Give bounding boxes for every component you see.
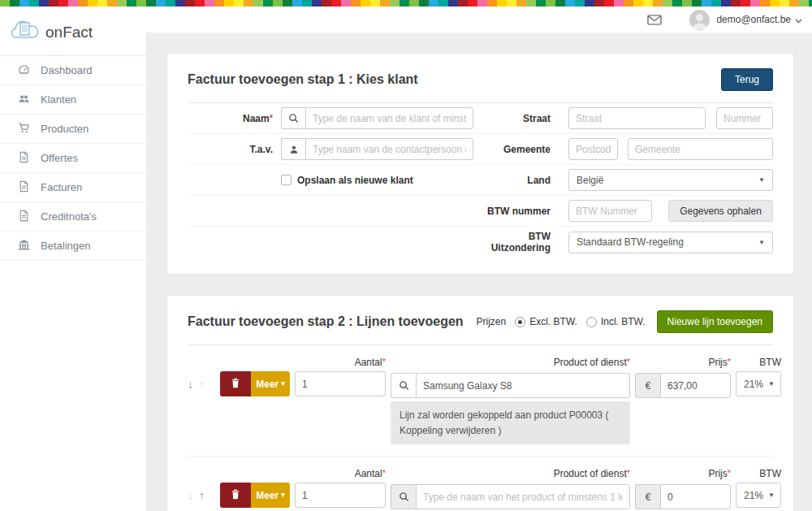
meer-label: Meer bbox=[256, 379, 279, 390]
prijs-input[interactable] bbox=[660, 373, 731, 398]
mail-icon[interactable] bbox=[647, 15, 662, 25]
sidebar-item-label: Producten bbox=[41, 123, 89, 135]
nieuwe-lijn-button[interactable]: Nieuwe lijn toevoegen bbox=[657, 310, 773, 333]
land-label: Land bbox=[473, 175, 551, 186]
prijs-column-label: Prijs* bbox=[635, 357, 731, 368]
invoice-line-2: Aantal* Product of dienst* Prijs* BTW ↓ … bbox=[188, 468, 773, 511]
note-text: Lijn zal worden gekoppeld aan product P0… bbox=[400, 409, 609, 421]
step2-card: Factuur toevoegen stap 2 : Lijnen toevoe… bbox=[166, 295, 794, 511]
btw-uitzondering-label: BTW Uitzondering bbox=[473, 231, 551, 253]
nummer-input[interactable] bbox=[716, 107, 773, 129]
move-down-icon[interactable]: ↓ bbox=[188, 379, 193, 390]
page-content: Factuur toevoegen stap 1 : Kies klant Te… bbox=[146, 32, 812, 511]
invoice-line-1: Aantal* Product of dienst* Prijs* BTW ↓ … bbox=[188, 357, 773, 457]
straat-input[interactable] bbox=[568, 107, 706, 129]
prijs-column-label: Prijs* bbox=[635, 468, 731, 479]
naam-label: Naam* bbox=[188, 113, 273, 124]
caret-down-icon: ▾ bbox=[281, 492, 285, 499]
land-select[interactable]: België ▼ bbox=[568, 169, 773, 191]
sidebar-item-offertes[interactable]: Offertes bbox=[0, 144, 146, 173]
search-icon bbox=[391, 373, 416, 398]
note-text: ) bbox=[495, 425, 501, 436]
btw-nummer-input[interactable] bbox=[568, 200, 652, 222]
delete-line-button[interactable] bbox=[220, 371, 251, 396]
file-icon bbox=[18, 180, 30, 195]
gemeente-input[interactable] bbox=[628, 138, 773, 160]
sidebar-nav: Dashboard Klanten bbox=[0, 56, 146, 261]
sidebar-item-betalingen[interactable]: Betalingen bbox=[0, 232, 146, 261]
btw-nummer-label: BTW nummer bbox=[473, 206, 551, 217]
step1-title: Factuur toevoegen stap 1 : Kies klant bbox=[188, 72, 418, 87]
sidebar-item-label: Klanten bbox=[41, 93, 76, 106]
klant-naam-input[interactable] bbox=[305, 107, 473, 129]
move-down-icon: ↓ bbox=[188, 490, 193, 501]
prijzen-radio-group: Prijzen Excl. BTW. Incl. BTW. bbox=[477, 316, 646, 327]
product-input[interactable] bbox=[416, 484, 630, 509]
file-icon bbox=[18, 210, 30, 224]
radio-incl-btw-label: Incl. BTW. bbox=[601, 316, 646, 327]
meer-button[interactable]: Meer ▾ bbox=[251, 483, 290, 508]
btw-select[interactable]: 21% ▼ bbox=[736, 371, 781, 396]
move-up-icon: ↑ bbox=[199, 379, 205, 390]
opslaan-nieuwe-klant-label: Opslaan als nieuwe klant bbox=[297, 175, 413, 186]
logo[interactable]: onFact bbox=[0, 6, 146, 56]
meer-label: Meer bbox=[256, 490, 279, 501]
user-menu[interactable]: demo@onfact.be bbox=[716, 12, 802, 27]
cart-icon bbox=[18, 122, 30, 136]
dashboard-icon bbox=[18, 63, 30, 78]
product-column-label: Product of dienst* bbox=[391, 357, 630, 368]
bank-icon bbox=[18, 239, 30, 253]
land-select-value: België bbox=[577, 175, 603, 186]
required-marker: * bbox=[270, 113, 273, 123]
select-arrow-icon: ▼ bbox=[768, 492, 775, 499]
radio-incl-btw[interactable] bbox=[586, 317, 597, 327]
aantal-input[interactable] bbox=[295, 483, 386, 508]
delete-line-button[interactable] bbox=[220, 483, 251, 508]
gemeente-label: Gemeente bbox=[473, 144, 551, 155]
sidebar-item-dashboard[interactable]: Dashboard bbox=[0, 56, 146, 85]
contactpersoon-input[interactable] bbox=[305, 138, 473, 160]
btw-column-label: BTW bbox=[736, 357, 781, 368]
user-icon bbox=[281, 138, 305, 160]
opslaan-nieuwe-klant-checkbox[interactable] bbox=[281, 175, 292, 185]
file-icon bbox=[18, 151, 30, 166]
sidebar-item-producten[interactable]: Producten bbox=[0, 115, 146, 144]
sidebar-item-label: Facturen bbox=[41, 181, 82, 193]
sidebar-item-klanten[interactable]: Klanten bbox=[0, 85, 146, 115]
select-arrow-icon: ▼ bbox=[768, 380, 775, 388]
line-column-headers: Aantal* Product of dienst* Prijs* BTW bbox=[188, 357, 773, 368]
users-icon bbox=[18, 93, 30, 107]
koppeling-verwijderen-link[interactable]: Koppeling verwijderen bbox=[400, 425, 495, 436]
cloud-invoice-logo-icon bbox=[11, 19, 40, 45]
btw-select-value: 21% bbox=[744, 379, 763, 390]
prijzen-label: Prijzen bbox=[477, 316, 507, 327]
product-column-label: Product of dienst* bbox=[391, 468, 630, 479]
caret-down-icon: ▾ bbox=[281, 380, 285, 388]
step2-title: Factuur toevoegen stap 2 : Lijnen toevoe… bbox=[188, 314, 464, 329]
euro-addon: € bbox=[635, 373, 660, 398]
move-up-icon[interactable]: ↑ bbox=[199, 490, 205, 501]
trash-icon bbox=[231, 489, 240, 502]
meer-button[interactable]: Meer ▾ bbox=[251, 371, 290, 396]
trash-icon bbox=[231, 378, 240, 391]
brand-color-stripe bbox=[0, 0, 812, 6]
btw-select[interactable]: 21% ▼ bbox=[736, 483, 781, 508]
back-button[interactable]: Terug bbox=[721, 68, 773, 91]
prijs-input[interactable] bbox=[660, 484, 731, 509]
btw-column-label: BTW bbox=[736, 468, 781, 479]
radio-excl-btw[interactable] bbox=[515, 317, 525, 327]
aantal-column-label: Aantal* bbox=[295, 357, 386, 368]
sidebar-item-facturen[interactable]: Facturen bbox=[0, 173, 146, 202]
btw-uitzondering-select[interactable]: Standaard BTW-regeling ▼ bbox=[568, 232, 773, 253]
search-icon bbox=[391, 484, 416, 509]
sidebar-item-label: Betalingen bbox=[41, 240, 90, 252]
chevron-down-icon bbox=[795, 12, 802, 27]
gegevens-ophalen-button[interactable]: Gegevens ophalen bbox=[668, 200, 773, 222]
product-input[interactable] bbox=[416, 373, 630, 398]
radio-excl-btw-label: Excl. BTW. bbox=[529, 316, 577, 327]
postcode-input[interactable] bbox=[568, 138, 618, 160]
aantal-input[interactable] bbox=[295, 371, 386, 396]
sidebar-item-creditnotas[interactable]: Creditnota's bbox=[0, 202, 146, 232]
sidebar: onFact Dashboard bbox=[0, 6, 146, 511]
euro-addon: € bbox=[635, 484, 660, 509]
